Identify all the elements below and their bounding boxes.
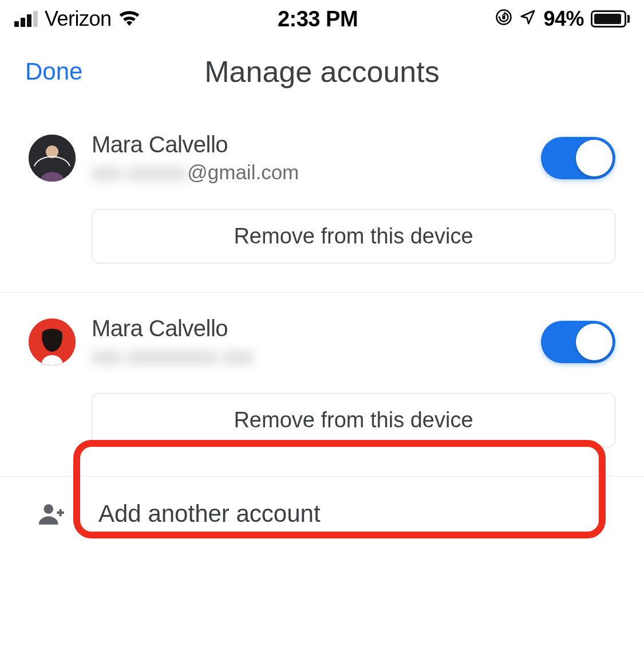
remove-from-device-button[interactable]: Remove from this device xyxy=(92,393,615,447)
location-icon xyxy=(519,7,536,31)
remove-from-device-button[interactable]: Remove from this device xyxy=(92,209,615,263)
avatar xyxy=(29,318,76,365)
add-account-label: Add another account xyxy=(98,500,321,528)
account-text: Mara Calvello xxx xxxxxx @gmail.com xyxy=(92,132,541,184)
account-text: Mara Calvello xxx xxxxxxxxx xxx xyxy=(92,316,541,368)
account-toggle[interactable] xyxy=(541,321,615,363)
account-toggle[interactable] xyxy=(541,137,615,179)
battery-percent: 94% xyxy=(543,7,584,31)
account-row: Mara Calvello xxx xxxxxx @gmail.com xyxy=(29,132,615,184)
account-row: Mara Calvello xxx xxxxxxxxx xxx xyxy=(29,316,615,368)
status-left: Verizon xyxy=(14,7,140,31)
account-item: Mara Calvello xxx xxxxxxxxx xxx Remove f… xyxy=(0,293,644,477)
nav-header: Done Manage accounts xyxy=(0,34,644,109)
email-obscured: xxx xxxxxxxxx xxx xyxy=(92,345,253,368)
status-right: 94% xyxy=(495,7,630,31)
account-name: Mara Calvello xyxy=(92,316,541,341)
battery-icon xyxy=(591,10,630,27)
signal-icon xyxy=(14,11,38,27)
account-email: xxx xxxxxx @gmail.com xyxy=(92,161,541,184)
done-button[interactable]: Done xyxy=(25,58,82,85)
carrier-label: Verizon xyxy=(45,7,112,31)
wifi-icon xyxy=(118,7,140,31)
email-obscured: xxx xxxxxx xyxy=(92,161,187,184)
account-name: Mara Calvello xyxy=(92,132,541,158)
account-email: xxx xxxxxxxxx xxx xyxy=(92,345,541,368)
avatar xyxy=(29,135,76,182)
page-title: Manage accounts xyxy=(204,54,440,89)
rotation-lock-icon xyxy=(495,7,512,31)
account-item: Mara Calvello xxx xxxxxx @gmail.com Remo… xyxy=(0,109,644,293)
svg-point-6 xyxy=(44,504,53,514)
email-visible: @gmail.com xyxy=(187,161,299,184)
status-bar: Verizon 2:33 PM 94% xyxy=(0,0,644,34)
add-account-row[interactable]: Add another account xyxy=(0,477,644,551)
clock: 2:33 PM xyxy=(278,7,358,32)
add-user-icon xyxy=(38,500,66,528)
